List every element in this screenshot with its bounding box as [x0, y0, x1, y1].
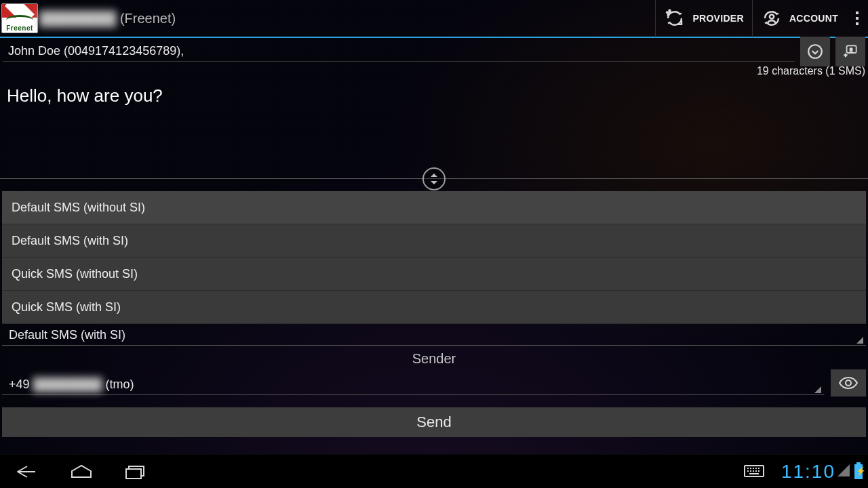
app-icon[interactable]: Freenet — [0, 0, 39, 37]
account-label: ACCOUNT — [789, 13, 838, 24]
overflow-menu-icon[interactable] — [846, 0, 868, 37]
recent-recipients-button[interactable] — [800, 37, 830, 66]
sender-label: Sender — [0, 346, 868, 369]
character-counter: 19 characters (1 SMS) — [0, 65, 868, 84]
sms-type-spinner[interactable]: Default SMS (with SI) — [2, 325, 866, 346]
add-contact-icon — [842, 43, 859, 60]
recipient-input[interactable] — [3, 41, 795, 62]
keyboard-icon — [744, 465, 764, 479]
list-item[interactable]: Default SMS (without SI) — [2, 191, 866, 224]
eye-icon — [838, 375, 859, 390]
sender-row: +49 ████████ (tmo) — [2, 369, 866, 395]
signal-icon — [837, 464, 850, 480]
status-clock: 11:10 — [781, 461, 837, 483]
list-item[interactable]: Quick SMS (without SI) — [2, 258, 866, 291]
message-input[interactable]: Hello, how are you? — [0, 84, 868, 179]
svg-point-2 — [770, 14, 774, 18]
provider-action[interactable]: PROVIDER — [655, 0, 752, 37]
battery-charging-icon: ⚡ — [854, 464, 863, 479]
svg-point-3 — [808, 45, 822, 58]
sync-icon — [664, 7, 686, 29]
back-icon — [14, 464, 41, 480]
sms-type-dropdown-list: Default SMS (without SI) Default SMS (wi… — [2, 191, 866, 324]
back-nav-button[interactable] — [0, 455, 54, 489]
system-nav-bar: 11:10 ⚡ — [0, 454, 868, 488]
svg-point-1 — [667, 12, 668, 14]
recents-icon — [123, 463, 148, 481]
toggle-visibility-button[interactable] — [831, 369, 866, 396]
home-icon — [69, 464, 94, 480]
provider-label: PROVIDER — [692, 13, 744, 24]
svg-point-5 — [849, 47, 852, 51]
spinner-indicator-icon — [814, 386, 821, 393]
svg-rect-7 — [126, 469, 141, 479]
svg-point-0 — [669, 10, 671, 12]
spinner-indicator-icon — [856, 337, 863, 344]
sms-type-spinner-value: Default SMS (with SI) — [9, 328, 125, 342]
list-item[interactable]: Quick SMS (with SI) — [2, 291, 866, 324]
account-action[interactable]: ACCOUNT — [752, 0, 846, 37]
send-button[interactable]: Send — [2, 407, 866, 437]
recipient-row — [0, 38, 868, 65]
list-item[interactable]: Default SMS (with SI) — [2, 224, 866, 258]
add-contact-button[interactable] — [835, 37, 865, 66]
app-title: ████████ (Freenet) — [39, 11, 176, 26]
action-bar: Freenet ████████ (Freenet) PROVIDER ACCO… — [0, 0, 868, 38]
keyboard-toggle-button[interactable] — [727, 455, 781, 489]
sender-spinner[interactable]: +49 ████████ (tmo) — [2, 375, 824, 395]
sync-account-icon — [761, 7, 783, 29]
sender-value: +49 ████████ (tmo) — [9, 378, 134, 392]
home-nav-button[interactable] — [54, 455, 108, 489]
chevron-circle-down-icon — [806, 43, 824, 60]
resize-grip-icon[interactable] — [422, 167, 446, 190]
svg-point-6 — [846, 380, 851, 386]
recents-nav-button[interactable] — [108, 455, 163, 489]
